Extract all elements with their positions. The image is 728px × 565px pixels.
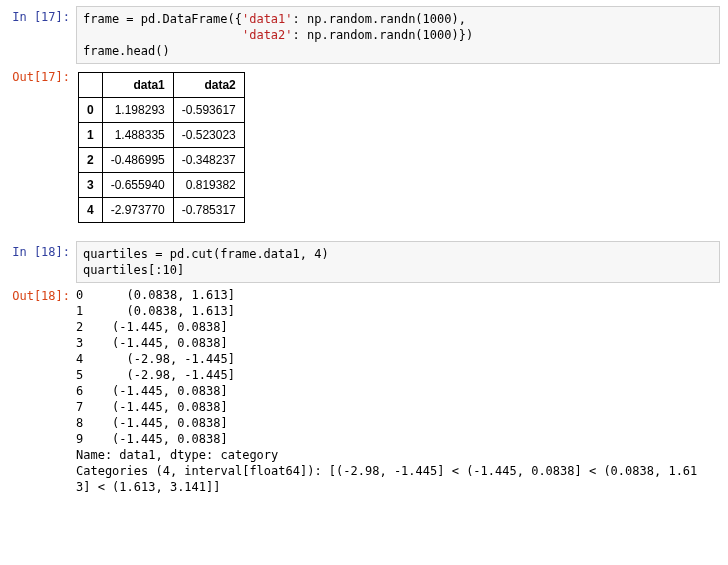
- code-text: frame = pd.DataFrame({: [83, 12, 242, 26]
- table-corner: [79, 73, 103, 98]
- col-header-data2: data2: [173, 73, 244, 98]
- code-text: quartiles = pd.cut(frame.data1, 4): [83, 247, 329, 261]
- input-body-17: frame = pd.DataFrame({'data1': np.random…: [76, 6, 728, 64]
- output-body-18: 0 (0.0838, 1.613] 1 (0.0838, 1.613] 2 (-…: [76, 285, 728, 497]
- cell-value: 1.198293: [102, 98, 173, 123]
- cell-value: -0.523023: [173, 123, 244, 148]
- input-prompt-17: In [17]:: [0, 6, 76, 28]
- spacer: [0, 229, 728, 241]
- cell-value: -0.655940: [102, 173, 173, 198]
- table-row: 4 -2.973770 -0.785317: [79, 198, 245, 223]
- output-prompt-17: Out[17]:: [0, 66, 76, 88]
- cell-value: -2.973770: [102, 198, 173, 223]
- input-cell-18: In [18]: quartiles = pd.cut(frame.data1,…: [0, 241, 728, 283]
- col-header-data1: data1: [102, 73, 173, 98]
- input-cell-17: In [17]: frame = pd.DataFrame({'data1': …: [0, 6, 728, 64]
- code-text: [83, 28, 242, 42]
- code-text: quartiles[:10]: [83, 263, 184, 277]
- row-index: 1: [79, 123, 103, 148]
- output-cell-18: Out[18]: 0 (0.0838, 1.613] 1 (0.0838, 1.…: [0, 285, 728, 497]
- table-row: 0 1.198293 -0.593617: [79, 98, 245, 123]
- output-body-17: data1 data2 0 1.198293 -0.593617 1 1.488…: [76, 66, 728, 227]
- cell-value: -0.593617: [173, 98, 244, 123]
- input-prompt-18: In [18]:: [0, 241, 76, 263]
- table-header-row: data1 data2: [79, 73, 245, 98]
- code-input-17[interactable]: frame = pd.DataFrame({'data1': np.random…: [76, 6, 720, 64]
- output-prompt-18: Out[18]:: [0, 285, 76, 307]
- table-row: 2 -0.486995 -0.348237: [79, 148, 245, 173]
- output-cell-17: Out[17]: data1 data2 0 1.198293 -0.59361…: [0, 66, 728, 227]
- row-index: 3: [79, 173, 103, 198]
- code-text: frame.head(): [83, 44, 170, 58]
- text-output-18: 0 (0.0838, 1.613] 1 (0.0838, 1.613] 2 (-…: [76, 285, 720, 497]
- cell-value: -0.785317: [173, 198, 244, 223]
- code-string: 'data2': [242, 28, 293, 42]
- table-row: 1 1.488335 -0.523023: [79, 123, 245, 148]
- row-index: 4: [79, 198, 103, 223]
- cell-value: -0.486995: [102, 148, 173, 173]
- code-text: : np.random.randn(1000)}): [293, 28, 474, 42]
- dataframe-table: data1 data2 0 1.198293 -0.593617 1 1.488…: [78, 72, 245, 223]
- code-input-18[interactable]: quartiles = pd.cut(frame.data1, 4) quart…: [76, 241, 720, 283]
- row-index: 0: [79, 98, 103, 123]
- cell-value: -0.348237: [173, 148, 244, 173]
- cell-value: 0.819382: [173, 173, 244, 198]
- table-row: 3 -0.655940 0.819382: [79, 173, 245, 198]
- code-text: : np.random.randn(1000),: [293, 12, 466, 26]
- input-body-18: quartiles = pd.cut(frame.data1, 4) quart…: [76, 241, 728, 283]
- cell-value: 1.488335: [102, 123, 173, 148]
- code-string: 'data1': [242, 12, 293, 26]
- row-index: 2: [79, 148, 103, 173]
